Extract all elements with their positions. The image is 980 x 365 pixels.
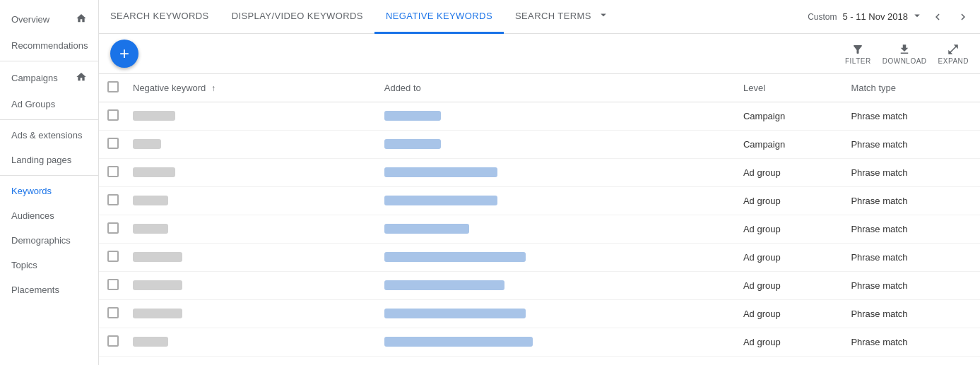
row-negative-keyword: xxxxx <box>127 215 379 244</box>
row-level: Campaign <box>738 131 845 159</box>
row-checkbox[interactable] <box>107 279 119 290</box>
row-match-type: Phrase match <box>845 159 980 187</box>
table-header-checkbox[interactable] <box>99 74 127 102</box>
row-checkbox[interactable] <box>107 194 119 205</box>
row-match-type: Phrase match <box>845 300 980 328</box>
row-added-to: xx xxxxxxx · xxxxxxx xxxx <box>379 272 738 300</box>
add-negative-keyword-button[interactable]: + <box>110 40 138 68</box>
row-added-to: xx xxx · xxx · xxxxxxx xxx xxxxxxx <box>379 328 738 357</box>
row-checkbox[interactable] <box>107 109 119 121</box>
row-negative-keyword: xxxx <box>127 131 379 159</box>
row-checkbox-cell <box>99 328 127 357</box>
table-header-added-to: Added to <box>379 74 738 102</box>
table-header-match-type: Match type <box>845 74 980 102</box>
sidebar-item-topics[interactable]: Topics <box>0 253 98 277</box>
row-checkbox[interactable] <box>107 166 119 177</box>
row-checkbox-cell <box>99 300 127 328</box>
sidebar: Overview Recommendations Campaigns Ad Gr… <box>0 0 99 365</box>
row-checkbox-cell <box>99 215 127 244</box>
search-terms-dropdown-icon[interactable] <box>597 8 610 23</box>
row-added-to: xx xxxx · xxx xxx <box>379 215 738 244</box>
tab-negative-keywords[interactable]: NEGATIVE KEYWORDS <box>374 0 504 34</box>
row-checkbox-cell <box>99 187 127 215</box>
row-negative-keyword: xxxxx <box>127 328 379 357</box>
row-level: Ad group <box>738 328 845 357</box>
row-match-type: Phrase match <box>845 215 980 244</box>
sort-icon[interactable]: ↑ <box>211 83 216 93</box>
row-negative-keyword: xxxxxxx <box>127 102 379 131</box>
row-level: Ad group <box>738 187 845 215</box>
tab-search-keywords[interactable]: SEARCH KEYWORDS <box>99 0 220 34</box>
row-added-to: xx xxxxxxx · xxx · xxxxxxxx xxxxx <box>379 300 738 328</box>
row-match-type: Phrase match <box>845 328 980 357</box>
row-match-type: Phrase match <box>845 187 980 215</box>
sidebar-item-campaigns[interactable]: Campaigns <box>0 64 98 92</box>
home-icon <box>76 13 87 26</box>
sidebar-item-landing-pages[interactable]: Landing pages <box>0 148 98 172</box>
row-negative-keyword: xxxxx <box>127 187 379 215</box>
row-checkbox[interactable] <box>107 222 119 234</box>
row-checkbox[interactable] <box>107 307 119 318</box>
table-container: Negative keyword ↑ Added to Level Match … <box>99 73 980 365</box>
table-header-level: Level <box>738 74 845 102</box>
sidebar-item-audiences[interactable]: Audiences <box>0 203 98 228</box>
expand-icon <box>947 43 960 56</box>
negative-keywords-table: Negative keyword ↑ Added to Level Match … <box>99 73 980 357</box>
date-next-button[interactable] <box>952 6 974 28</box>
sidebar-divider-1 <box>0 61 98 61</box>
sidebar-item-ads-extensions[interactable]: Ads & extensions <box>0 123 98 148</box>
table-row: xxxxxxxxxx xxxxxxx · xxx · xxxxxxxx xxxx… <box>99 300 980 328</box>
row-added-to: xx xxxxxxx · xxx · xxxxxxxx xxxxx <box>379 244 738 272</box>
select-all-checkbox[interactable] <box>107 81 119 92</box>
table-row: xxxxxx xxxxxxxCampaignPhrase match <box>99 131 980 159</box>
filter-button[interactable]: FILTER <box>845 43 871 65</box>
sidebar-item-ad-groups[interactable]: Ad Groups <box>0 92 98 116</box>
campaigns-home-icon <box>76 71 87 85</box>
table-row: xxxxxxx xxxx · xxx xxxAd groupPhrase mat… <box>99 215 980 244</box>
date-range-dropdown-icon[interactable] <box>911 9 923 24</box>
sidebar-item-recommendations[interactable]: Recommendations <box>0 33 98 58</box>
table-row: xxxxxxx xxx · xxx · xxxxxxx xxx xxxxxxxA… <box>99 328 980 357</box>
row-level: Ad group <box>738 159 845 187</box>
table-row: xxxxxxxxxx xxxxxxx · xxx · xxxxxxxx xxxx… <box>99 244 980 272</box>
row-checkbox[interactable] <box>107 251 119 262</box>
tabs-bar: SEARCH KEYWORDS DISPLAY/VIDEO KEYWORDS N… <box>99 0 980 34</box>
toolbar-right: FILTER DOWNLOAD EXPAND <box>845 43 969 65</box>
download-icon <box>898 43 911 56</box>
row-checkbox-cell <box>99 272 127 300</box>
row-level: Ad group <box>738 244 845 272</box>
row-checkbox[interactable] <box>107 335 119 347</box>
download-button[interactable]: DOWNLOAD <box>882 43 927 65</box>
table-row: xxxxxxxxx xxxxxxxCampaignPhrase match <box>99 102 980 131</box>
row-checkbox-cell <box>99 159 127 187</box>
date-prev-button[interactable] <box>926 6 949 28</box>
row-negative-keyword: xxxxxxxx <box>127 300 379 328</box>
filter-icon <box>851 43 864 56</box>
tab-search-terms[interactable]: SEARCH TERMS <box>504 0 621 34</box>
expand-button[interactable]: EXPAND <box>938 43 969 65</box>
row-checkbox[interactable] <box>107 138 119 149</box>
tab-display-video-keywords[interactable]: DISPLAY/VIDEO KEYWORDS <box>220 0 374 34</box>
row-negative-keyword: xxxxxxxx <box>127 244 379 272</box>
date-range[interactable]: Custom 5 - 11 Nov 2018 <box>808 9 923 24</box>
main-content: SEARCH KEYWORDS DISPLAY/VIDEO KEYWORDS N… <box>99 0 980 365</box>
row-match-type: Phrase match <box>845 244 980 272</box>
row-added-to: xx xxx · xxx xxxxxxxxx <box>379 159 738 187</box>
row-added-to: xx xxxxxxx <box>379 102 738 131</box>
table-row: xxxxxxxxxx xxxxxxx · xxxxxxx xxxxAd grou… <box>99 272 980 300</box>
row-added-to: xx xxxx · xxx xxxxxxxxx <box>379 187 738 215</box>
table-row: xxxxxxxxx xxx · xxx xxxxxxxxxAd groupPhr… <box>99 159 980 187</box>
row-added-to: xx xxxxxxx <box>379 131 738 159</box>
row-match-type: Phrase match <box>845 272 980 300</box>
sidebar-divider-3 <box>0 175 98 176</box>
sidebar-item-placements[interactable]: Placements <box>0 277 98 302</box>
row-match-type: Phrase match <box>845 102 980 131</box>
sidebar-item-overview[interactable]: Overview <box>0 6 98 33</box>
row-negative-keyword: xxxxxxx <box>127 159 379 187</box>
row-level: Ad group <box>738 272 845 300</box>
row-negative-keyword: xxxxxxxx <box>127 272 379 300</box>
sidebar-item-keywords[interactable]: Keywords <box>0 179 98 203</box>
sidebar-divider-2 <box>0 119 98 120</box>
row-checkbox-cell <box>99 244 127 272</box>
sidebar-item-demographics[interactable]: Demographics <box>0 228 98 253</box>
